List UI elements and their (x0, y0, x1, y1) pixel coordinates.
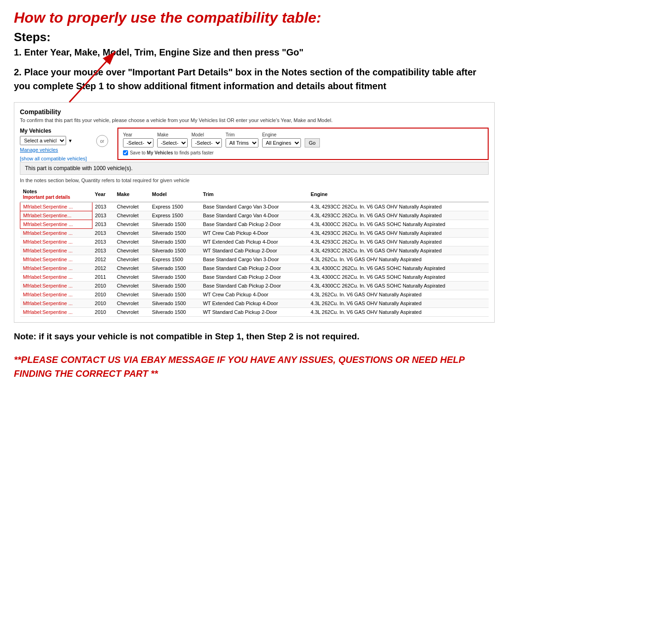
cell-notes: Mfrlabel:Serpentine ... (20, 202, 92, 211)
cell-notes: Mfrlabel:Serpentine ... (20, 255, 92, 264)
cell-engine: 4.3L 4293CC 262Cu. In. V6 GAS OHV Natura… (308, 246, 489, 255)
cell-year: 2013 (92, 238, 114, 246)
cell-notes: Mfrlabel:Serpentine ... (20, 264, 92, 273)
save-row: Save to My Vehicles to finds parts faste… (123, 150, 483, 155)
cell-year: 2010 (92, 308, 114, 317)
cell-engine: 4.3L 262Cu. In. V6 GAS OHV Naturally Asp… (308, 308, 489, 317)
cell-make: Chevrolet (114, 211, 149, 220)
cell-notes: Mfrlabel:Serpentine ... (20, 308, 92, 317)
th-make: Make (114, 187, 149, 202)
cell-engine: 4.3L 4293CC 262Cu. In. V6 GAS OHV Natura… (308, 238, 489, 246)
cell-trim: Base Standard Cab Pickup 2-Door (200, 220, 308, 229)
dropdown-arrow-icon: ▼ (68, 138, 73, 143)
cell-notes: Mfrlabel:Serpentine ... (20, 299, 92, 308)
model-label: Model (191, 132, 222, 137)
cell-engine: 4.3L 262Cu. In. V6 GAS OHV Naturally Asp… (308, 255, 489, 264)
cell-year: 2010 (92, 290, 114, 299)
year-label: Year (123, 132, 153, 137)
cell-make: Chevrolet (114, 246, 149, 255)
th-year: Year (92, 187, 114, 202)
year-select[interactable]: -Select- (123, 138, 153, 147)
cell-make: Chevrolet (114, 238, 149, 246)
manage-vehicles-link[interactable]: Manage vehicles (20, 147, 87, 153)
cell-trim: Base Standard Cab Pickup 2-Door (200, 264, 308, 273)
cell-make: Chevrolet (114, 308, 149, 317)
cell-year: 2012 (92, 264, 114, 273)
cell-engine: 4.3L 4300CC 262Cu. In. V6 GAS SOHC Natur… (308, 264, 489, 273)
cell-model: Silverado 1500 (149, 238, 200, 246)
th-trim: Trim (200, 187, 308, 202)
cell-make: Chevrolet (114, 255, 149, 264)
cell-notes: Mfrlabel:Serpentine ... (20, 220, 92, 229)
main-title: How to properly use the compatibility ta… (14, 9, 495, 26)
cell-notes: Mfrlabel:Serpentine ... (20, 238, 92, 246)
cell-engine: 4.3L 262Cu. In. V6 GAS OHV Naturally Asp… (308, 290, 489, 299)
compatibility-table: Notes Important part details Year Make M… (20, 187, 489, 317)
cell-model: Express 1500 (149, 211, 200, 220)
my-vehicles-label: My Vehicles (20, 128, 87, 134)
or-separator: or (96, 135, 108, 147)
cell-trim: Base Standard Cab Pickup 2-Door (200, 282, 308, 290)
cell-engine: 4.3L 262Cu. In. V6 GAS OHV Naturally Asp… (308, 299, 489, 308)
save-label: Save to My Vehicles to finds parts faste… (130, 150, 214, 155)
cell-trim: Base Standard Cargo Van 4-Door (200, 211, 308, 220)
cell-engine: 4.3L 4300CC 262Cu. In. V6 GAS SOHC Natur… (308, 273, 489, 282)
th-notes: Notes Important part details (20, 187, 92, 202)
cell-engine: 4.3L 4300CC 262Cu. In. V6 GAS SOHC Natur… (308, 282, 489, 290)
save-checkbox[interactable] (123, 150, 128, 155)
make-select[interactable]: -Select- (157, 138, 188, 147)
cell-notes: Mfrlabel:Serpentine... (20, 211, 92, 220)
table-row: Mfrlabel:Serpentine ... 2012 Chevrolet E… (20, 255, 489, 264)
cell-year: 2010 (92, 299, 114, 308)
table-row: Mfrlabel:Serpentine ... 2010 Chevrolet S… (20, 290, 489, 299)
cell-trim: WT Crew Cab Pickup 4-Door (200, 290, 308, 299)
engine-select[interactable]: All Engines (262, 138, 301, 147)
table-row: Mfrlabel:Serpentine ... 2013 Chevrolet S… (20, 229, 489, 238)
note-section: Note: if it says your vehicle is not com… (14, 330, 495, 343)
vehicle-select[interactable]: Select a vehicle (20, 136, 66, 145)
cell-trim: WT Standard Cab Pickup 2-Door (200, 246, 308, 255)
trim-select[interactable]: All Trims (226, 138, 258, 147)
table-row: Mfrlabel:Serpentine ... 2010 Chevrolet S… (20, 282, 489, 290)
cell-model: Silverado 1500 (149, 299, 200, 308)
go-button[interactable]: Go (305, 138, 320, 147)
show-all-link[interactable]: [show all compatible vehicles] (20, 156, 87, 161)
my-vehicles-section: My Vehicles Select a vehicle ▼ Manage ve… (20, 128, 87, 162)
cell-model: Silverado 1500 (149, 246, 200, 255)
compat-title: Compatibility (20, 108, 489, 116)
cell-notes: Mfrlabel:Serpentine ... (20, 273, 92, 282)
cell-year: 2013 (92, 220, 114, 229)
cell-model: Express 1500 (149, 255, 200, 264)
table-row: Mfrlabel:Serpentine... 2013 Chevrolet Ex… (20, 211, 489, 220)
th-engine: Engine (308, 187, 489, 202)
cell-year: 2012 (92, 255, 114, 264)
table-row: Mfrlabel:Serpentine ... 2013 Chevrolet E… (20, 202, 489, 211)
cell-year: 2013 (92, 246, 114, 255)
cell-model: Silverado 1500 (149, 282, 200, 290)
table-row: Mfrlabel:Serpentine ... 2010 Chevrolet S… (20, 299, 489, 308)
cell-year: 2013 (92, 202, 114, 211)
th-model: Model (149, 187, 200, 202)
cell-make: Chevrolet (114, 229, 149, 238)
cell-year: 2013 (92, 229, 114, 238)
cell-model: Silverado 1500 (149, 308, 200, 317)
model-select[interactable]: -Select- (191, 138, 222, 147)
cell-trim: Base Standard Cab Pickup 2-Door (200, 273, 308, 282)
cell-trim: WT Standard Cab Pickup 2-Door (200, 308, 308, 317)
cell-notes: Mfrlabel:Serpentine ... (20, 229, 92, 238)
cell-trim: WT Crew Cab Pickup 4-Door (200, 229, 308, 238)
table-row: Mfrlabel:Serpentine ... 2010 Chevrolet S… (20, 308, 489, 317)
table-row: Mfrlabel:Serpentine ... 2012 Chevrolet S… (20, 264, 489, 273)
cell-make: Chevrolet (114, 220, 149, 229)
cell-engine: 4.3L 4300CC 262Cu. In. V6 GAS SOHC Natur… (308, 220, 489, 229)
table-row: Mfrlabel:Serpentine ... 2013 Chevrolet S… (20, 246, 489, 255)
cell-trim: WT Extended Cab Pickup 4-Door (200, 238, 308, 246)
cell-model: Silverado 1500 (149, 290, 200, 299)
cell-model: Express 1500 (149, 202, 200, 211)
compat-note: In the notes section below, Quantity ref… (20, 178, 489, 183)
cell-notes: Mfrlabel:Serpentine ... (20, 246, 92, 255)
cell-year: 2013 (92, 211, 114, 220)
cell-trim: Base Standard Cargo Van 3-Door (200, 202, 308, 211)
important-part-label: Important part details (23, 195, 70, 200)
ymm-section: Year -Select- Make -Select- Model (117, 128, 489, 160)
